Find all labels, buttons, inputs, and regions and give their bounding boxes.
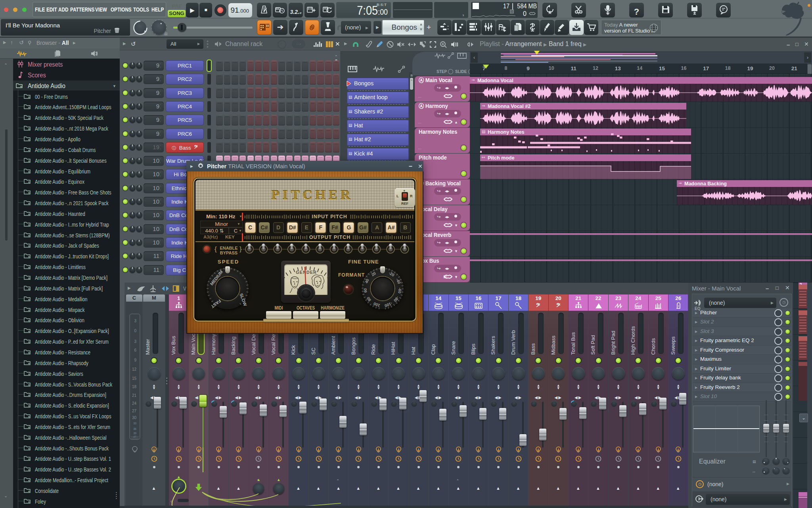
svg-text:-60: -60 <box>397 287 402 294</box>
svg-text:-40: -40 <box>395 277 401 285</box>
svg-text:80: 80 <box>366 296 372 302</box>
svg-text:100: 100 <box>373 301 381 308</box>
svg-text:𝄢: 𝄢 <box>556 302 560 309</box>
svg-text:𝄢: 𝄢 <box>536 302 540 309</box>
svg-text:FAST: FAST <box>210 298 222 309</box>
svg-text:MEDIUM: MEDIUM <box>209 269 224 287</box>
svg-text:0: 0 <box>381 269 384 273</box>
svg-text:20: 20 <box>371 271 377 277</box>
svg-text:SLOW: SLOW <box>239 292 248 307</box>
svg-text:-80: -80 <box>393 296 400 303</box>
svg-text:60: 60 <box>363 288 368 293</box>
